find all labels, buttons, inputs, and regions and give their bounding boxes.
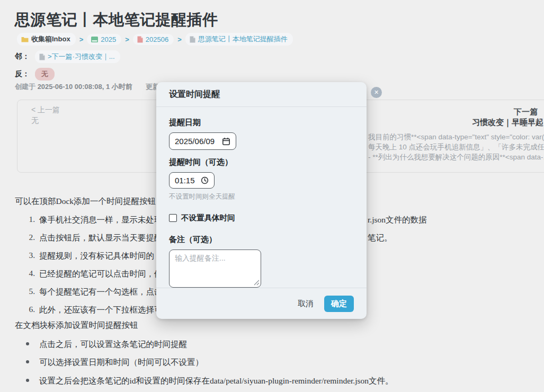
cancel-button[interactable]: 取消 (295, 297, 317, 311)
dialog-header: 设置时间提醒 (156, 82, 367, 107)
breadcrumb-separator: > (79, 35, 84, 43)
created-label: 创建于 (15, 83, 35, 91)
reminder-date-input[interactable]: 2025/06/09 (169, 132, 236, 150)
reminder-time-input[interactable]: 01:15 (169, 172, 215, 189)
calendar-icon[interactable] (222, 137, 230, 146)
document-icon (190, 36, 195, 43)
note-field-wrap (169, 250, 261, 288)
prev-post-label: < 上一篇 (31, 105, 60, 115)
no-specific-time-label: 不设置具体时间 (181, 213, 235, 223)
bullet-dot (26, 342, 29, 345)
neighbor-row: 邻： >下一篇·习惯改变｜... (15, 50, 120, 63)
bullet-dot (26, 379, 29, 382)
reminder-date-label: 提醒日期 (169, 118, 354, 128)
next-post-link[interactable]: 习惯改变｜早睡早起 (472, 118, 543, 128)
breadcrumb-item-current[interactable]: 思源笔记丨本地笔记提醒插件 (185, 33, 293, 46)
calendar-2025-icon (91, 37, 98, 42)
reminder-time-value: 01:15 (175, 176, 195, 185)
next-post-excerpt: 我目前的习惯**<span data-type="text" style="co… (368, 132, 544, 162)
backlink-row: 反： 无 (15, 68, 55, 81)
timestamps: 创建于 2025-06-10 00:08:08, 1 小时前 更新于 20 (15, 82, 176, 92)
breadcrumb-item-2025[interactable]: 2025 (87, 34, 121, 45)
no-specific-time-row[interactable]: 不设置具体时间 (169, 213, 354, 223)
doc-paragraph: 在文档块标添加设置时间提醒按钮 (15, 320, 138, 331)
document-icon (39, 54, 45, 60)
breadcrumb-item-202506[interactable]: 202506 (133, 34, 174, 45)
clock-icon[interactable] (201, 176, 209, 184)
no-specific-time-checkbox[interactable] (169, 214, 177, 222)
note-textarea[interactable] (169, 250, 261, 288)
next-post-label: 下一篇 (514, 107, 538, 117)
dialog-footer: 取消 确定 (156, 288, 367, 319)
doc-paragraph: 可以在顶部Dock添加一个时间提醒按钮 (15, 196, 156, 207)
backlink-label: 反： (15, 69, 30, 79)
neighbor-link[interactable]: >下一篇·习惯改变｜... (35, 50, 120, 63)
dialog-title: 设置时间提醒 (169, 89, 220, 100)
reminder-time-label: 提醒时间（可选） (169, 157, 354, 167)
document-icon (137, 36, 143, 43)
breadcrumb-separator: > (125, 35, 129, 43)
page: 思源笔记丨本地笔记提醒插件 收集箱Inbox > 2025 > 202506 >… (0, 0, 544, 392)
breadcrumb-separator: > (177, 35, 182, 43)
neighbor-label: 邻： (15, 52, 30, 61)
confirm-button[interactable]: 确定 (324, 296, 354, 312)
dialog-body: 提醒日期 2025/06/09 提醒时间（可选） 01:15 不设置时间则全天提… (156, 118, 367, 288)
excerpt-line: 我目前的习惯**<span data-type="text" style="co… (368, 132, 544, 142)
breadcrumb-item-inbox[interactable]: 收集箱Inbox (17, 33, 76, 46)
set-reminder-dialog: 设置时间提醒 提醒日期 2025/06/09 提醒时间（可选） 01:15 (156, 82, 367, 319)
reminder-date-value: 2025/06/09 (175, 137, 215, 146)
page-title: 思源笔记丨本地笔记提醒插件 (15, 10, 218, 31)
excerpt-line: - **列出为什么我想要解决这个问题的原因**<span data-... (368, 152, 544, 162)
bullet-dot (26, 360, 29, 363)
excerpt-line: 每天晚上 10 点还会玩手机追新信息」、「许多未完成任务会在晚 (368, 142, 544, 152)
breadcrumb: 收集箱Inbox > 2025 > 202506 > 思源笔记丨本地笔记提醒插件 (17, 33, 293, 45)
note-label: 备注（可选） (169, 235, 354, 245)
folder-icon (21, 37, 29, 42)
close-icon[interactable]: ✕ (371, 87, 382, 98)
backlink-badge: 无 (35, 68, 55, 81)
created-value: 2025-06-10 00:08:08, 1 小时前 (38, 83, 132, 91)
prev-post-value: 无 (31, 116, 39, 126)
all-day-hint: 不设置时间则全天提醒 (169, 192, 354, 201)
